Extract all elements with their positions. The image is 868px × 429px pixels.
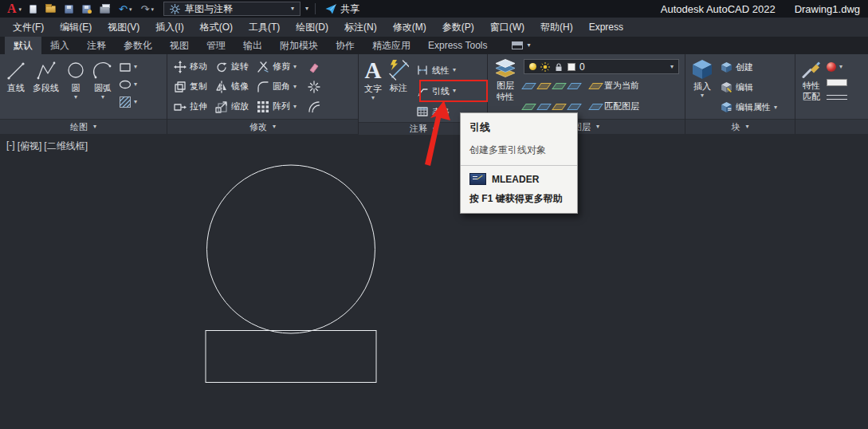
edit-attributes-button[interactable]: 编辑属性 ▾ xyxy=(717,97,781,117)
tool-table[interactable]: 表格 xyxy=(412,101,460,122)
open-file-button[interactable] xyxy=(43,5,58,14)
rectangle-dropdown-caret[interactable]: ▾ xyxy=(134,64,137,70)
new-file-button[interactable] xyxy=(27,4,39,14)
menu-item-format[interactable]: 格式(O) xyxy=(192,18,241,37)
tab-manage[interactable]: 管理 xyxy=(198,37,234,54)
menu-item-tools[interactable]: 工具(T) xyxy=(241,18,288,37)
tab-featured-apps[interactable]: 精选应用 xyxy=(363,37,419,54)
layer-tool-icon[interactable] xyxy=(536,104,552,110)
tool-stretch[interactable]: 拉伸 xyxy=(170,96,211,116)
tool-line[interactable]: 直线 xyxy=(2,56,29,119)
redo-caret-icon[interactable]: ▾ xyxy=(151,6,154,12)
tool-array[interactable]: 阵列 ▾ xyxy=(253,96,300,116)
undo-button[interactable]: ↶▾ xyxy=(116,3,134,15)
object-color-dropdown[interactable]: ▾ xyxy=(827,62,847,72)
menu-item-insert[interactable]: 插入(I) xyxy=(147,18,191,37)
edit-block-button[interactable]: 编辑 xyxy=(717,77,781,97)
fillet-dropdown-caret[interactable]: ▾ xyxy=(293,84,297,90)
tool-trim[interactable]: 修剪 ▾ xyxy=(253,57,300,77)
workspace-selector[interactable]: 草图与注释 ▾ xyxy=(163,2,300,16)
tool-offset[interactable] xyxy=(304,96,324,116)
view-control[interactable]: [俯视] xyxy=(18,140,42,153)
linetype-dropdown[interactable] xyxy=(827,79,847,86)
tool-mirror[interactable]: 镜像 xyxy=(211,77,253,96)
edit-attributes-caret[interactable]: ▾ xyxy=(774,104,777,111)
menu-item-edit[interactable]: 编辑(E) xyxy=(52,18,100,37)
match-layer-button[interactable]: 匹配图层 xyxy=(591,100,639,112)
menu-item-view[interactable]: 视图(V) xyxy=(100,18,147,37)
qat-customize-caret[interactable]: ▾ xyxy=(305,6,308,12)
tab-insert[interactable]: 插入 xyxy=(41,37,78,54)
drawn-circle[interactable] xyxy=(207,165,375,333)
redo-button[interactable]: ↷▾ xyxy=(139,3,156,15)
visual-style-control[interactable]: [二维线框] xyxy=(44,140,88,153)
tool-copy[interactable]: 复制 xyxy=(170,77,211,96)
drawing-canvas[interactable]: [-] [俯视] [二维线框] xyxy=(0,134,868,429)
layer-tool-icon[interactable] xyxy=(567,83,582,89)
menu-item-help[interactable]: 帮助(H) xyxy=(532,18,581,37)
hatch-dropdown-caret[interactable]: ▾ xyxy=(134,99,137,105)
app-menu-button[interactable]: A ▾ xyxy=(3,2,26,15)
tool-dimension[interactable]: 标注 xyxy=(385,56,412,122)
layer-tool-icon[interactable] xyxy=(521,104,536,110)
tab-annotate[interactable]: 注释 xyxy=(78,37,115,54)
lineweight-dropdown[interactable] xyxy=(827,93,847,102)
tab-express-tools[interactable]: Express Tools xyxy=(419,37,496,54)
tab-collaborate[interactable]: 协作 xyxy=(327,37,363,54)
save-as-button[interactable] xyxy=(80,4,93,14)
share-button[interactable]: 共享 xyxy=(322,2,363,16)
layer-tool-icon[interactable] xyxy=(567,104,582,110)
menu-item-dimension[interactable]: 标注(N) xyxy=(336,18,385,37)
menu-item-parametric[interactable]: 参数(P) xyxy=(434,18,482,37)
tool-fillet[interactable]: 圆角 ▾ xyxy=(253,77,300,96)
layer-tool-icon[interactable] xyxy=(552,83,567,89)
ribbon-display-toggle[interactable]: ▾ xyxy=(505,37,536,54)
panel-label-block[interactable]: 块 ▾ xyxy=(685,119,795,134)
array-dropdown-caret[interactable]: ▾ xyxy=(293,104,297,110)
menu-item-window[interactable]: 窗口(W) xyxy=(482,18,532,37)
tool-hatch[interactable]: ▾ xyxy=(119,96,137,108)
tab-addins[interactable]: 附加模块 xyxy=(271,37,327,54)
layer-tool-icon[interactable] xyxy=(552,104,567,110)
menu-item-file[interactable]: 文件(F) xyxy=(5,18,52,37)
tab-parametric[interactable]: 参数化 xyxy=(115,37,161,54)
layer-tool-icon[interactable] xyxy=(536,83,552,89)
tool-rotate[interactable]: 旋转 xyxy=(211,57,253,77)
tool-multileader[interactable]: 引线 ▾ xyxy=(412,81,460,101)
insert-dropdown-caret[interactable]: ▾ xyxy=(701,92,704,99)
plot-button[interactable] xyxy=(97,3,112,14)
text-dropdown-caret[interactable]: ▾ xyxy=(371,95,375,101)
tool-arc[interactable]: 圆弧 ▾ xyxy=(89,56,116,119)
tool-rectangle[interactable]: ▾ xyxy=(119,61,137,73)
layer-properties-button[interactable]: 图层 特性 xyxy=(490,56,520,119)
circle-dropdown-caret[interactable]: ▾ xyxy=(74,94,77,100)
arc-dropdown-caret[interactable]: ▾ xyxy=(101,94,104,100)
tool-erase[interactable] xyxy=(304,57,324,77)
tab-output[interactable]: 输出 xyxy=(234,37,271,54)
insert-block-button[interactable]: 插入 ▾ xyxy=(688,56,717,119)
undo-caret-icon[interactable]: ▾ xyxy=(129,6,132,12)
tool-ellipse[interactable]: ▾ xyxy=(119,78,137,91)
tool-polyline[interactable]: 多段线 xyxy=(29,56,62,119)
panel-label-modify[interactable]: 修改 ▾ xyxy=(167,119,358,134)
layer-tool-icon[interactable] xyxy=(521,83,536,89)
tool-text[interactable]: 文字 ▾ xyxy=(361,56,385,122)
menu-item-modify[interactable]: 修改(M) xyxy=(385,18,434,37)
save-button[interactable] xyxy=(62,4,76,14)
leader-dropdown-caret[interactable]: ▾ xyxy=(453,88,456,94)
panel-label-properties[interactable] xyxy=(795,119,868,134)
make-current-button[interactable]: 置为当前 xyxy=(591,80,639,92)
ellipse-dropdown-caret[interactable]: ▾ xyxy=(134,81,137,88)
menu-item-express[interactable]: Express xyxy=(581,18,631,37)
linear-dropdown-caret[interactable]: ▾ xyxy=(453,67,456,73)
tool-explode[interactable] xyxy=(304,77,324,96)
trim-dropdown-caret[interactable]: ▾ xyxy=(293,64,297,70)
create-block-button[interactable]: 创建 xyxy=(717,57,781,77)
tab-home[interactable]: 默认 xyxy=(5,37,41,54)
drawn-rectangle[interactable] xyxy=(206,331,376,383)
tool-move[interactable]: 移动 xyxy=(170,57,211,77)
layer-dropdown-caret[interactable]: ▾ xyxy=(670,64,674,70)
tool-linear-dimension[interactable]: 线性 ▾ xyxy=(412,60,460,81)
tab-view[interactable]: 视图 xyxy=(161,37,198,54)
viewport-menu-control[interactable]: [-] xyxy=(6,140,15,153)
